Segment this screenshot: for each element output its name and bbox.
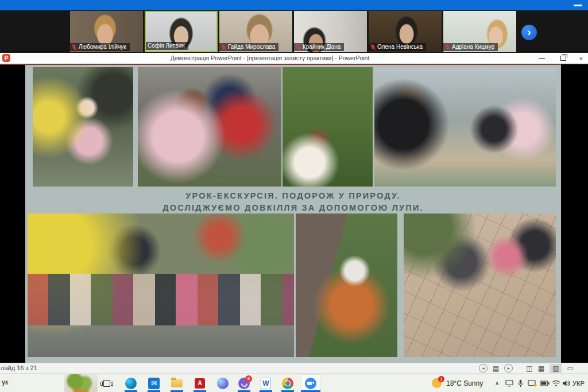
- restore-button[interactable]: [555, 53, 572, 64]
- powerpoint-statusbar: лайд 16 з 21 ◂ ▤ ▸ ◫ ▦ ▥ ▭: [0, 363, 588, 373]
- zoom-window-titlebar: [0, 0, 588, 10]
- slide-canvas[interactable]: УРОК-ЕКСКУРСІЯ. ПОДОРОЖ У ПРИРОДУ. ДОСЛІ…: [25, 65, 561, 363]
- taskbar-search-text[interactable]: ук: [2, 378, 8, 386]
- minimize-button[interactable]: [533, 53, 550, 64]
- participant-name: Софія Литвин: [148, 42, 185, 50]
- close-icon: ×: [579, 55, 583, 62]
- participant-name: Адріана Кицмур: [452, 43, 494, 51]
- next-participants-button[interactable]: ›: [521, 25, 537, 40]
- mail-icon: ✉: [148, 378, 160, 389]
- taskbar-word-button[interactable]: W: [258, 374, 273, 392]
- screenshare-icon: [528, 379, 537, 387]
- taskbar-copilot-button[interactable]: [215, 374, 230, 392]
- wifi-icon: [552, 380, 560, 387]
- slide-photo-2: [138, 67, 281, 187]
- taskbar-mail-button[interactable]: ✉: [146, 374, 161, 392]
- taskbar-chrome-button[interactable]: [280, 374, 295, 392]
- tray-meetnow-button[interactable]: [505, 374, 513, 392]
- tray-screenshare-button[interactable]: [528, 374, 537, 392]
- participant-video-strip: Любомира Ілійчук Софія Литвин Гайда Миро…: [0, 10, 588, 53]
- next-slide-button[interactable]: ▸: [504, 364, 513, 372]
- participant-video-1[interactable]: Любомира Ілійчук: [70, 11, 143, 52]
- word-icon: W: [261, 378, 271, 389]
- participant-video-3[interactable]: Гайда Мирослава: [219, 11, 292, 52]
- search-highlight-image[interactable]: [64, 374, 98, 392]
- menu-icon: ▤: [493, 364, 499, 372]
- slide-counter: лайд 16 з 21: [1, 364, 37, 371]
- participant-name-label: Адріана Кицмур: [443, 43, 498, 51]
- normal-view-button[interactable]: ◫: [526, 364, 532, 372]
- next-icon: ▸: [508, 364, 510, 372]
- restore-icon: [560, 56, 566, 61]
- weather-widget[interactable]: 1: [432, 374, 442, 392]
- taskbar-acrobat-button[interactable]: A: [192, 374, 207, 392]
- chevron-up-icon: ∧: [495, 380, 499, 386]
- tray-battery-button[interactable]: [540, 374, 550, 392]
- task-view-button[interactable]: [99, 374, 114, 392]
- slide-photo-5: [28, 214, 294, 357]
- taskbar-edge-button[interactable]: [123, 374, 138, 392]
- tray-overflow-button[interactable]: ∧: [495, 374, 499, 392]
- mic-muted-icon: [72, 44, 77, 51]
- window-title: Демонстрація PowerPoint - [презентація з…: [0, 53, 540, 64]
- tray-microphone-button[interactable]: [517, 374, 524, 392]
- statusbar-controls: ◂ ▤ ▸ ◫ ▦ ▥ ▭: [479, 363, 574, 373]
- mic-muted-icon: [221, 44, 226, 51]
- participant-video-6[interactable]: Адріана Кицмур: [443, 11, 516, 52]
- reading-view-icon: ▥: [552, 364, 559, 372]
- zoom-app-icon: [305, 378, 316, 389]
- edge-icon: [125, 378, 137, 389]
- participant-name-label: Гайда Мирослава: [219, 43, 278, 51]
- slide-sorter-icon: ▦: [538, 364, 544, 372]
- taskbar-explorer-button[interactable]: [169, 374, 184, 392]
- normal-view-icon: ◫: [526, 364, 532, 372]
- reading-view-button[interactable]: ▥: [550, 364, 562, 373]
- battery-icon: [540, 381, 550, 386]
- participant-name: Крайник Діана: [303, 43, 341, 51]
- slide-photo-4: [374, 67, 556, 187]
- slideshow-icon: ▭: [567, 364, 573, 372]
- participant-video-4[interactable]: Крайник Діана: [294, 11, 367, 52]
- prev-icon: ◂: [482, 364, 484, 372]
- slide-photo-6: [296, 214, 397, 357]
- taskbar-zoom-button[interactable]: [301, 374, 320, 392]
- mic-muted-icon: [370, 44, 376, 51]
- mic-muted-icon: [296, 44, 301, 51]
- children-row-art: [28, 274, 294, 325]
- participant-name-label: Крайник Діана: [294, 43, 344, 51]
- language-indicator[interactable]: УКР: [572, 374, 585, 392]
- powerpoint-titlebar: P Демонстрація PowerPoint - [презентація…: [0, 53, 588, 64]
- weather-temp-condition: 18°C Sunny: [446, 379, 483, 387]
- chrome-icon: [282, 378, 293, 389]
- weather-text[interactable]: 18°C Sunny: [446, 374, 483, 392]
- minimize-icon: [539, 58, 545, 59]
- participant-video-5[interactable]: Олена Невінська: [369, 11, 442, 52]
- participant-name: Гайда Мирослава: [228, 43, 275, 51]
- slide-photo-7: [404, 214, 556, 357]
- slideshow-view-button[interactable]: ▭: [567, 364, 573, 372]
- slideshow-menu-button[interactable]: ▤: [493, 364, 499, 372]
- close-button[interactable]: ×: [574, 53, 588, 64]
- mic-muted-icon: [445, 44, 450, 51]
- slide-photo-1: [33, 67, 133, 187]
- slide-title: УРОК-ЕКСКУРСІЯ. ПОДОРОЖ У ПРИРОДУ. ДОСЛІ…: [25, 190, 561, 214]
- microphone-icon: [517, 379, 524, 387]
- slide-sorter-button[interactable]: ▦: [538, 364, 544, 372]
- left-black-bar: [0, 65, 25, 363]
- slide-photo-3: [283, 67, 373, 187]
- zoom-minimize-icon[interactable]: [574, 5, 582, 6]
- monitor-icon: [505, 379, 513, 387]
- taskbar-viber-button[interactable]: 8: [237, 374, 252, 392]
- volume-icon: [562, 380, 570, 387]
- participant-name: Любомира Ілійчук: [79, 43, 126, 51]
- tray-wifi-button[interactable]: [552, 374, 560, 392]
- tray-volume-button[interactable]: [562, 374, 570, 392]
- previous-slide-button[interactable]: ◂: [479, 364, 488, 372]
- task-view-icon: [103, 380, 110, 387]
- participant-name: Олена Невінська: [377, 43, 423, 51]
- participant-video-2[interactable]: Софія Литвин: [145, 11, 218, 52]
- participant-name-label: Софія Литвин: [146, 42, 188, 50]
- windows-taskbar: ук ✉ A 8 W 1 18°C Sunny ∧: [0, 373, 588, 392]
- weather-icon: 1: [432, 378, 442, 388]
- slide-title-line2: ДОСЛІДЖУЄМО ДОВКІЛЛЯ ЗА ДОПОМОГОЮ ЛУПИ.: [25, 202, 561, 214]
